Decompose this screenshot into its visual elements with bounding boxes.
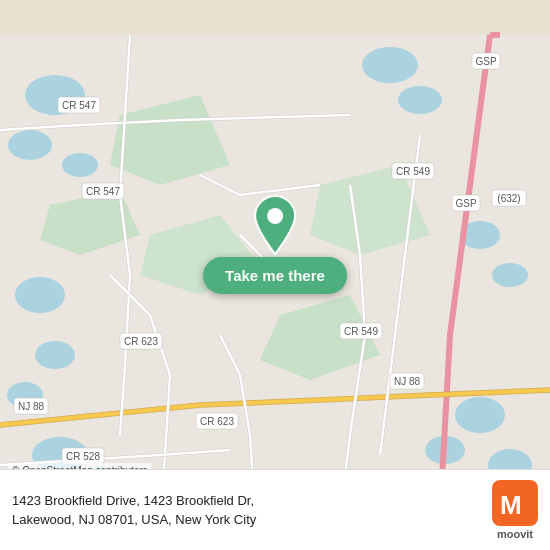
address-line2: Lakewood, NJ 08701, USA, New York City bbox=[12, 512, 256, 527]
svg-text:CR 623: CR 623 bbox=[200, 416, 234, 427]
svg-text:NJ 88: NJ 88 bbox=[394, 376, 421, 387]
svg-text:GSP: GSP bbox=[475, 56, 496, 67]
svg-text:M: M bbox=[500, 490, 522, 518]
address-line1: 1423 Brookfield Drive, 1423 Brookfield D… bbox=[12, 493, 254, 508]
take-me-there-button[interactable]: Take me there bbox=[203, 257, 347, 294]
svg-point-2 bbox=[8, 130, 52, 160]
svg-text:(632): (632) bbox=[497, 193, 520, 204]
moovit-logo: M moovit bbox=[492, 480, 538, 540]
svg-text:GSP: GSP bbox=[455, 198, 476, 209]
svg-point-15 bbox=[492, 263, 528, 287]
svg-point-12 bbox=[362, 47, 418, 83]
svg-text:CR 528: CR 528 bbox=[66, 451, 100, 462]
svg-point-4 bbox=[15, 277, 65, 313]
moovit-brand-text: moovit bbox=[497, 528, 533, 540]
map-container: CR 547 CR 547 GSP GSP CR 549 CR 549 (632… bbox=[0, 0, 550, 550]
svg-point-13 bbox=[398, 86, 442, 114]
moovit-logo-mark: M bbox=[492, 480, 538, 526]
svg-point-9 bbox=[455, 397, 505, 433]
svg-text:CR 547: CR 547 bbox=[86, 186, 120, 197]
svg-point-5 bbox=[35, 341, 75, 369]
svg-text:CR 623: CR 623 bbox=[124, 336, 158, 347]
svg-text:NJ 88: NJ 88 bbox=[18, 401, 45, 412]
address-text: 1423 Brookfield Drive, 1423 Brookfield D… bbox=[12, 491, 480, 530]
bottom-info-bar: 1423 Brookfield Drive, 1423 Brookfield D… bbox=[0, 469, 550, 550]
svg-text:CR 549: CR 549 bbox=[344, 326, 378, 337]
svg-text:CR 547: CR 547 bbox=[62, 100, 96, 111]
svg-text:CR 549: CR 549 bbox=[396, 166, 430, 177]
svg-point-3 bbox=[62, 153, 98, 177]
address-section: 1423 Brookfield Drive, 1423 Brookfield D… bbox=[12, 491, 480, 530]
